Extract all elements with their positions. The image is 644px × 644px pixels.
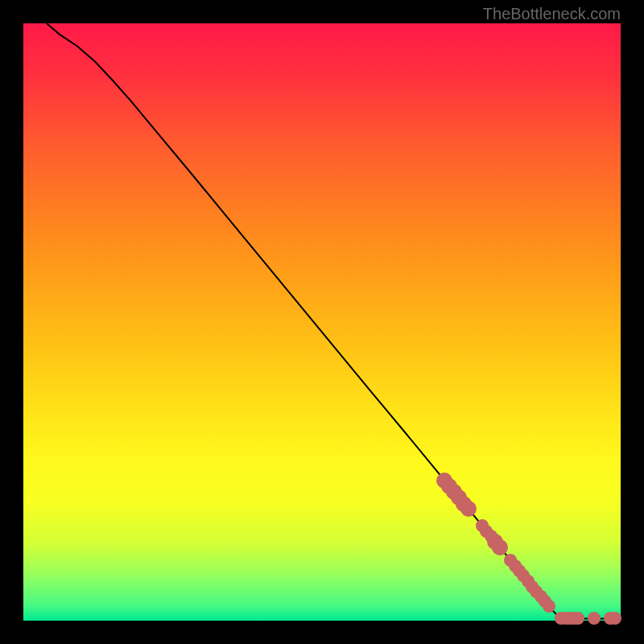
scatter-point xyxy=(460,501,477,517)
attribution-text: TheBottleneck.com xyxy=(483,5,621,23)
scatter-point xyxy=(609,612,621,625)
scatter-point xyxy=(492,539,508,555)
chart-plot-area xyxy=(23,23,621,621)
curve-svg xyxy=(23,23,621,621)
scatter-point xyxy=(572,612,584,625)
scatter-point xyxy=(588,612,601,625)
scatter-point xyxy=(543,600,555,613)
